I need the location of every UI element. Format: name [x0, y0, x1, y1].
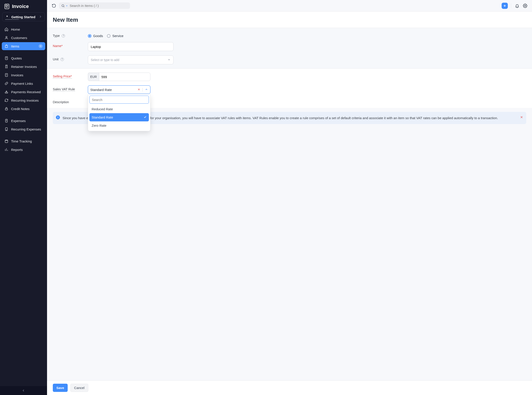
vat-search-input[interactable]	[89, 96, 149, 104]
vat-option-zero[interactable]: Zero Rate	[89, 121, 149, 130]
sidebar-item-label: Expenses	[11, 119, 26, 123]
sparkle-icon	[5, 15, 9, 19]
sidebar-item-home[interactable]: Home	[2, 25, 45, 33]
calendar-icon	[5, 139, 8, 143]
svg-rect-18	[5, 140, 8, 143]
recurring-icon	[5, 98, 8, 102]
getting-started-label: Getting Started	[11, 15, 35, 19]
unit-label: Unit	[53, 57, 59, 61]
unit-select[interactable]: Select or type to add	[88, 55, 174, 64]
getting-started-card[interactable]: Getting Started	[2, 12, 45, 21]
download-icon	[5, 90, 8, 94]
collapse-sidebar-button[interactable]	[0, 386, 47, 395]
radio-icon	[107, 34, 110, 38]
check-icon	[144, 115, 147, 119]
cancel-button[interactable]: Cancel	[70, 384, 88, 392]
close-icon	[138, 88, 140, 91]
link-icon	[5, 82, 8, 85]
home-icon	[5, 27, 8, 31]
unit-placeholder: Select or type to add	[91, 58, 119, 62]
sidebar-item-credit-notes[interactable]: Credit Notes	[2, 105, 45, 113]
type-label: Type	[53, 34, 60, 38]
lock-icon	[5, 107, 8, 111]
sidebar-item-label: Recurring Invoices	[11, 99, 39, 102]
sidebar-item-customers[interactable]: Customers	[2, 34, 45, 42]
sidebar-item-retainer-invoices[interactable]: Retainer Invoices	[2, 63, 45, 71]
main: New Item Type ? Goods	[47, 0, 532, 395]
sidebar-item-label: Retainer Invoices	[11, 65, 37, 69]
sidebar-item-label: Items	[11, 44, 19, 48]
person-icon	[5, 36, 8, 40]
retainer-icon	[5, 65, 8, 69]
type-goods-radio[interactable]: Goods	[88, 34, 103, 38]
vat-option-reduced[interactable]: Reduced Rate	[89, 105, 149, 113]
svg-point-25	[62, 5, 64, 6]
add-item-icon[interactable]: +	[39, 44, 43, 48]
radio-label: Goods	[93, 34, 103, 38]
svg-rect-1	[6, 5, 7, 7]
svg-rect-12	[5, 92, 8, 93]
help-icon[interactable]: ?	[62, 34, 65, 38]
vat-clear-button[interactable]	[135, 88, 143, 91]
recurring-expense-icon	[5, 127, 8, 131]
sidebar-item-items[interactable]: Items +	[2, 42, 45, 50]
chevron-right-icon	[39, 15, 42, 19]
price-input[interactable]	[99, 72, 150, 81]
chevron-down-icon	[66, 5, 68, 7]
sidebar-item-time-tracking[interactable]: Time Tracking	[2, 137, 45, 145]
page-header: New Item	[47, 11, 532, 28]
sidebar-item-label: Payments Received	[11, 90, 41, 94]
vat-option-standard[interactable]: Standard Rate	[89, 113, 149, 121]
sidebar-item-reports[interactable]: Reports	[2, 146, 45, 154]
radio-icon	[88, 34, 91, 38]
description-label: Description	[53, 100, 69, 104]
chevron-down-icon	[168, 58, 171, 62]
sidebar-item-label: Payment Links	[11, 82, 33, 85]
sidebar-item-label: Time Tracking	[11, 139, 32, 143]
notifications-button[interactable]	[514, 3, 520, 9]
search-container[interactable]	[59, 2, 130, 9]
chevron-up-icon	[145, 88, 148, 91]
banner-close-button[interactable]	[520, 115, 523, 121]
sidebar-item-payments-received[interactable]: Payments Received	[2, 88, 45, 96]
option-label: Standard Rate	[92, 115, 113, 119]
help-icon[interactable]: ?	[60, 58, 64, 61]
refresh-icon	[52, 4, 56, 8]
svg-rect-9	[5, 73, 8, 77]
sidebar-item-label: Quotes	[11, 56, 22, 60]
sidebar-item-label: Recurring Expenses	[11, 127, 41, 131]
search-input[interactable]	[70, 4, 128, 8]
sidebar-item-quotes[interactable]: Quotes	[2, 54, 45, 62]
vat-label: Sales VAT Rule	[53, 88, 75, 91]
currency-field	[88, 72, 99, 81]
info-icon: i	[56, 115, 60, 119]
invoice-icon	[5, 73, 8, 77]
vat-select[interactable]: Standard Rate	[88, 85, 150, 94]
refresh-button[interactable]	[51, 3, 57, 9]
sidebar-item-recurring-expenses[interactable]: Recurring Expenses	[2, 125, 45, 133]
gear-icon	[523, 4, 527, 8]
vat-dropdown: Reduced Rate Standard Rate Zero Rate	[88, 94, 150, 131]
settings-button[interactable]	[522, 3, 528, 9]
type-service-radio[interactable]: Service	[107, 34, 123, 38]
sidebar-item-payment-links[interactable]: Payment Links	[2, 79, 45, 88]
receipt-icon	[5, 119, 8, 123]
option-label: Zero Rate	[92, 124, 107, 127]
vat-toggle-button[interactable]	[143, 88, 148, 92]
price-label: Selling Price*	[53, 75, 72, 79]
sidebar-item-expenses[interactable]: Expenses	[2, 117, 45, 125]
sidebar-item-label: Credit Notes	[11, 107, 29, 111]
separator	[511, 3, 511, 8]
footer: Save Cancel	[47, 380, 532, 395]
brand-title: Invoice	[12, 4, 29, 9]
svg-line-26	[64, 6, 64, 7]
chart-icon	[5, 148, 8, 152]
sidebar-item-invoices[interactable]: Invoices	[2, 71, 45, 79]
topbar	[47, 0, 532, 11]
quick-create-button[interactable]	[502, 3, 508, 9]
save-button[interactable]: Save	[53, 384, 68, 392]
sidebar-item-recurring-invoices[interactable]: Recurring Invoices	[2, 96, 45, 104]
name-input[interactable]	[88, 42, 174, 51]
page-title: New Item	[53, 16, 526, 23]
search-scope-button[interactable]	[61, 4, 68, 8]
